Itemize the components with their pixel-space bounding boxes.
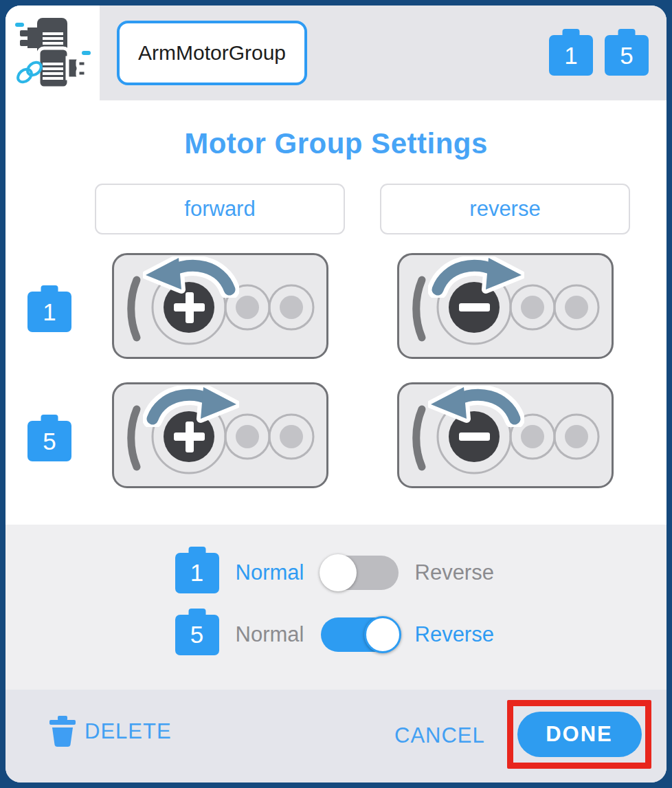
port-badge: 1 <box>175 553 219 593</box>
motor-direction-preview <box>112 382 328 488</box>
motor-art <box>114 255 326 357</box>
port-number: 5 <box>43 428 56 455</box>
reverse-toggle[interactable] <box>321 556 399 590</box>
port-number: 5 <box>620 42 633 69</box>
motor-art <box>399 384 612 486</box>
rotation-arrow-icon <box>143 386 239 427</box>
device-icon-tab <box>5 6 100 100</box>
port-number: 5 <box>190 621 203 648</box>
rotation-arrow-icon <box>428 256 524 298</box>
highlight-box: DONE <box>507 700 651 769</box>
direction-sign <box>459 433 490 441</box>
header-port-badges: 1 5 <box>549 29 649 76</box>
rotation-arrow-icon <box>143 256 239 298</box>
port-badge: 5 <box>27 421 71 461</box>
reverse-toggle[interactable] <box>321 617 399 652</box>
reverse-label: Reverse <box>415 560 497 585</box>
trash-icon <box>49 716 76 747</box>
port-badge: 5 <box>605 35 649 76</box>
port-badge: 1 <box>549 35 593 76</box>
port-badge: 1 <box>27 292 71 332</box>
port-number: 1 <box>190 559 203 587</box>
motor-direction-preview <box>397 253 614 359</box>
reverse-direction-header[interactable]: reverse <box>380 184 630 234</box>
forward-direction-header[interactable]: forward <box>95 184 345 234</box>
motor-direction-preview <box>397 382 614 488</box>
motor-group-icon <box>15 15 91 91</box>
toggle-row-port-1: 1 Normal Reverse <box>5 548 667 598</box>
port-badge: 5 <box>175 615 219 655</box>
cancel-button[interactable]: CANCEL <box>394 723 485 748</box>
delete-button-label: DELETE <box>85 719 172 744</box>
motor-art <box>399 255 612 357</box>
dialog-header: 1 5 <box>5 6 667 100</box>
direction-sign <box>459 303 490 311</box>
rotation-arrow-icon <box>428 386 524 427</box>
port-number: 1 <box>564 42 577 69</box>
dialog-footer: DELETE CANCEL DONE <box>5 690 667 782</box>
port-number: 1 <box>43 298 56 326</box>
motor-group-dialog: 1 5 Motor Group Settings forward reverse… <box>5 6 667 782</box>
page-title: Motor Group Settings <box>5 127 667 160</box>
reverse-toggle-section: 1 Normal Reverse 5 Normal Reverse <box>5 525 667 690</box>
done-button[interactable]: DONE <box>517 712 642 757</box>
motor-direction-preview <box>112 253 328 359</box>
toggle-row-port-5: 5 Normal Reverse <box>5 610 667 659</box>
motor-art <box>114 384 326 486</box>
dialog-outer-frame: 1 5 Motor Group Settings forward reverse… <box>0 0 672 788</box>
toggle-knob[interactable] <box>364 616 401 653</box>
normal-label: Normal <box>236 622 304 647</box>
delete-button[interactable]: DELETE <box>49 716 172 747</box>
device-name-input[interactable] <box>117 21 307 85</box>
reverse-label: Reverse <box>415 622 497 647</box>
toggle-knob[interactable] <box>320 554 357 591</box>
normal-label: Normal <box>236 560 304 585</box>
